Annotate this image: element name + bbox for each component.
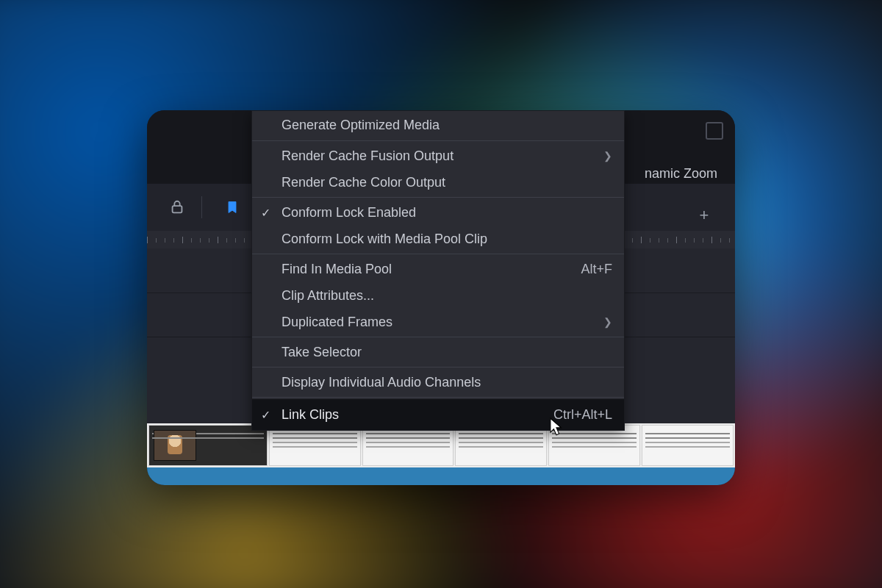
thumbnail[interactable] [642, 425, 734, 466]
thumbnail[interactable] [362, 425, 454, 466]
check-icon: ✓ [261, 408, 270, 422]
menu-item-label: Take Selector [282, 345, 362, 360]
thumbnail[interactable] [548, 425, 640, 466]
bottom-taskbar [147, 467, 735, 485]
menu-item-clip-attributes[interactable]: Clip Attributes... [252, 282, 624, 309]
thumbnail[interactable] [455, 425, 547, 466]
menu-item-link-clips[interactable]: ✓Link ClipsCtrl+Alt+L [252, 399, 624, 430]
menu-separator [252, 140, 624, 141]
menu-separator [252, 367, 624, 368]
context-menu: Generate Optimized MediaRender Cache Fus… [251, 110, 625, 431]
menu-item-label: Conform Lock with Media Pool Clip [282, 232, 487, 247]
dynamic-zoom-label[interactable]: namic Zoom [645, 166, 717, 182]
menu-item-display-individual-audio-channels[interactable]: Display Individual Audio Channels [252, 369, 624, 395]
menu-item-label: Display Individual Audio Channels [282, 375, 481, 390]
menu-item-label: Render Cache Fusion Output [282, 148, 453, 164]
menu-item-label: Link Clips [282, 407, 339, 423]
menu-item-find-in-media-pool[interactable]: Find In Media PoolAlt+F [252, 256, 624, 282]
menu-item-render-cache-color-output[interactable]: Render Cache Color Output [252, 169, 624, 196]
screenshot-card: namic Zoom + 01:01:14:00 Generate Optim [147, 110, 735, 485]
menu-separator [252, 397, 624, 398]
menu-item-label: Clip Attributes... [282, 288, 374, 304]
menu-item-label: Render Cache Color Output [282, 175, 445, 190]
svg-rect-0 [173, 206, 182, 212]
toolbar-separator [201, 196, 202, 218]
menu-separator [252, 254, 624, 254]
menu-item-label: Find In Media Pool [282, 262, 392, 277]
menu-item-take-selector[interactable]: Take Selector [252, 339, 624, 365]
menu-item-label: Generate Optimized Media [282, 118, 440, 133]
menu-separator [252, 197, 624, 198]
menu-item-generate-optimized-media[interactable]: Generate Optimized Media [252, 111, 624, 139]
thumbnail[interactable] [269, 425, 361, 466]
menu-item-shortcut: Alt+F [559, 262, 612, 277]
add-button[interactable]: + [695, 206, 713, 223]
menu-item-label: Duplicated Frames [282, 315, 392, 330]
menu-item-shortcut: Ctrl+Alt+L [531, 407, 612, 423]
check-icon: ✓ [261, 206, 270, 220]
menu-item-conform-lock-with-media-pool-clip[interactable]: Conform Lock with Media Pool Clip [252, 226, 624, 252]
lock-icon[interactable] [166, 196, 188, 218]
menu-item-label: Conform Lock Enabled [282, 205, 416, 220]
menu-item-duplicated-frames[interactable]: Duplicated Frames❯ [252, 309, 624, 335]
bookmark-icon[interactable] [221, 196, 243, 218]
menu-item-render-cache-fusion-output[interactable]: Render Cache Fusion Output❯ [252, 143, 624, 169]
top-right-checkbox[interactable] [706, 122, 723, 140]
menu-separator [252, 337, 624, 337]
chevron-right-icon: ❯ [603, 150, 612, 162]
menu-item-conform-lock-enabled[interactable]: ✓Conform Lock Enabled [252, 199, 624, 226]
chevron-right-icon: ❯ [603, 316, 612, 328]
thumbnail[interactable] [148, 425, 268, 466]
